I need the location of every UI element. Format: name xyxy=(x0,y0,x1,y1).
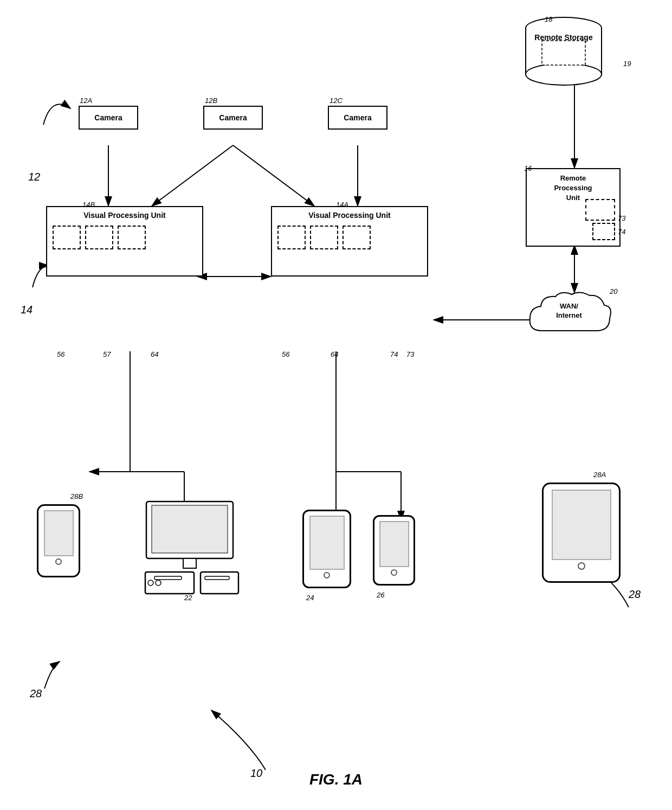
vpu-14b-box-64 xyxy=(118,226,146,249)
label-14a: 14A xyxy=(336,201,348,209)
computer-svg xyxy=(135,499,244,596)
vpu-14b-title: Visual Processing Unit xyxy=(47,207,202,222)
vpu-14b-box-56 xyxy=(53,226,81,249)
label-56-14a: 56 xyxy=(282,350,289,358)
vpu-14b-box-57 xyxy=(85,226,113,249)
label-24: 24 xyxy=(306,594,314,602)
diagram: Remote Storage 18 19 RemoteProcessingUni… xyxy=(0,0,672,810)
phone-28b-button xyxy=(55,558,62,565)
label-28-left: 28 xyxy=(30,687,42,700)
svg-rect-23 xyxy=(542,41,585,65)
phone-28b xyxy=(37,504,80,577)
vpu-14a-box-73 xyxy=(343,226,371,249)
camera-12a-text: Camera xyxy=(94,113,122,122)
label-28-right: 28 xyxy=(629,588,641,601)
cylinder-svg xyxy=(520,16,607,87)
computer-22 xyxy=(135,499,244,596)
label-73-14a: 73 xyxy=(406,350,414,358)
svg-rect-32 xyxy=(205,576,229,580)
camera-12c: Camera xyxy=(328,106,387,130)
tablet-28a-button xyxy=(578,562,585,570)
label-18: 18 xyxy=(545,15,552,23)
label-28a: 28A xyxy=(593,471,606,479)
vpu-14b: Visual Processing Unit xyxy=(46,206,203,277)
rpu-sub xyxy=(585,199,615,240)
svg-point-29 xyxy=(148,580,153,586)
wan-label: WAN/Internet xyxy=(526,302,612,320)
vpu-14a-sub xyxy=(272,222,427,254)
label-19: 19 xyxy=(623,60,631,68)
label-12-group: 12 xyxy=(28,171,40,183)
phone-28b-screen xyxy=(44,510,74,556)
rpu-dashed-74 xyxy=(592,223,615,240)
camera-12b-text: Camera xyxy=(219,113,247,122)
vpu-14a-title: Visual Processing Unit xyxy=(272,207,427,222)
label-22: 22 xyxy=(184,594,192,602)
tablet-24 xyxy=(302,510,351,588)
vpu-14a: Visual Processing Unit xyxy=(271,206,428,277)
phone-26 xyxy=(373,515,415,586)
svg-point-30 xyxy=(156,580,161,586)
svg-rect-26 xyxy=(183,558,196,568)
label-14-group: 14 xyxy=(21,304,33,316)
wan-cloud: WAN/Internet xyxy=(526,290,612,344)
camera-12c-text: Camera xyxy=(344,113,371,122)
phone-26-button xyxy=(391,569,397,576)
camera-12a: Camera xyxy=(79,106,138,130)
label-56-14b: 56 xyxy=(57,350,64,358)
label-14b: 14B xyxy=(82,201,95,209)
remote-storage: Remote Storage xyxy=(520,16,607,87)
rpu-box: RemoteProcessingUnit xyxy=(526,168,621,247)
label-12c: 12C xyxy=(329,97,343,105)
label-74-14a: 74 xyxy=(390,350,398,358)
phone-26-screen xyxy=(379,521,409,567)
svg-point-22 xyxy=(526,63,602,85)
label-12b: 12B xyxy=(205,97,217,105)
label-64-14a: 64 xyxy=(331,350,338,358)
label-74-rpu: 74 xyxy=(618,228,625,236)
vpu-14a-box-56 xyxy=(277,226,306,249)
tablet-28a-screen xyxy=(552,490,611,560)
label-73-rpu: 73 xyxy=(618,214,625,222)
label-12a: 12A xyxy=(80,97,92,105)
svg-rect-31 xyxy=(201,572,238,594)
vpu-14a-box-64 xyxy=(310,226,338,249)
camera-12b: Camera xyxy=(203,106,263,130)
rpu-dashed-73 xyxy=(585,199,615,221)
tablet-28a xyxy=(542,483,621,583)
svg-rect-28 xyxy=(154,576,182,580)
label-64-14b: 64 xyxy=(151,350,158,358)
svg-rect-25 xyxy=(152,505,228,553)
tablet-24-button xyxy=(324,572,330,578)
label-26: 26 xyxy=(377,591,384,599)
tablet-24-screen xyxy=(309,516,345,570)
label-57-14b: 57 xyxy=(103,350,111,358)
vpu-14b-sub xyxy=(47,222,202,254)
label-16: 16 xyxy=(524,164,532,172)
fig-caption: FIG. 1A xyxy=(282,771,390,788)
label-20: 20 xyxy=(610,287,617,295)
label-10: 10 xyxy=(250,767,262,780)
svg-line-7 xyxy=(233,145,314,206)
remote-storage-label: Remote Storage xyxy=(520,33,607,42)
svg-line-6 xyxy=(152,145,233,206)
label-28b: 28B xyxy=(70,492,83,500)
